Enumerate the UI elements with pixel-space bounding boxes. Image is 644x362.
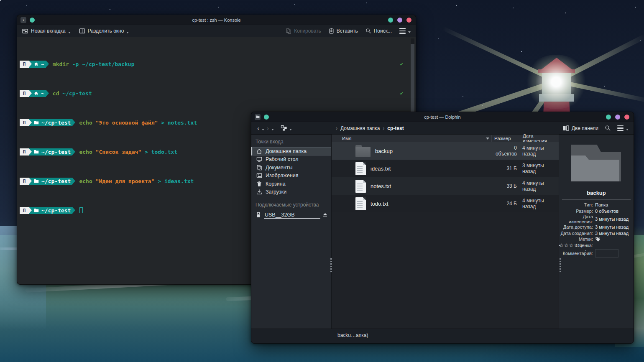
- chevron-down-icon: [626, 129, 629, 130]
- copy-button[interactable]: Копировать: [286, 28, 321, 34]
- paste-icon: [329, 28, 334, 34]
- command: echo: [75, 178, 92, 185]
- close-button[interactable]: [406, 18, 411, 23]
- split-view-button[interactable]: Две панели: [563, 125, 598, 131]
- command: echo: [75, 148, 92, 156]
- maximize-button[interactable]: [615, 115, 620, 120]
- menu-button[interactable]: [399, 28, 411, 33]
- dolphin-toolbar: ‹ › › Домашняя папка › cp-test Две панел…: [251, 122, 634, 135]
- info-row-accessed: Дата доступа: 3 минуты назад: [559, 224, 634, 230]
- file-date: 3 минуты назад: [520, 163, 559, 174]
- split-window-icon: [79, 28, 85, 34]
- breadcrumb-current[interactable]: cp-test: [387, 125, 404, 131]
- desktop-icon: [256, 156, 262, 162]
- file-name: todo.txt: [371, 201, 388, 207]
- column-size[interactable]: Размер: [491, 135, 520, 142]
- eject-icon[interactable]: [322, 212, 328, 217]
- file-name: notes.txt: [371, 183, 391, 189]
- powerline-arrow: [29, 119, 32, 126]
- panel-splitter-handle[interactable]: [330, 258, 332, 272]
- sidebar-item-pictures[interactable]: Изображения: [251, 172, 331, 180]
- info-value: Папка: [595, 202, 608, 207]
- sidebar-item-usb-device[interactable]: USB__32GB: [251, 210, 331, 219]
- chevron-down-icon[interactable]: [126, 32, 129, 33]
- info-label: Комментарий:: [559, 251, 595, 256]
- comment-field[interactable]: [595, 249, 618, 257]
- add-tag-icon[interactable]: [595, 237, 601, 242]
- sidebar-item-home[interactable]: Домашняя папка: [251, 147, 331, 156]
- breadcrumb-home[interactable]: Домашняя папка: [340, 125, 380, 131]
- dolphin-window: cp-test — Dolphin ‹ › › Домашняя папка ›…: [251, 112, 634, 344]
- dolphin-app-icon[interactable]: [255, 114, 261, 120]
- split-window-label: Разделить окно: [88, 28, 124, 34]
- command: cd: [49, 90, 59, 97]
- minimize-button[interactable]: [606, 115, 611, 120]
- paste-button[interactable]: Вставить: [329, 28, 358, 34]
- tree-column: [332, 135, 339, 142]
- file-size: 33 Б: [491, 183, 520, 189]
- search-button[interactable]: Поиск...: [365, 28, 392, 34]
- back-button[interactable]: ‹: [256, 125, 260, 132]
- argument: > todo.txt: [141, 148, 177, 156]
- split-window-button[interactable]: Разделить окно: [79, 28, 129, 34]
- pin-icon[interactable]: [30, 18, 35, 23]
- minimize-button[interactable]: [388, 18, 393, 23]
- info-title: backup: [559, 190, 634, 196]
- window-title: cp-test : zsh — Konsole: [17, 18, 416, 23]
- view-mode-dropdown-icon[interactable]: [289, 129, 292, 130]
- column-date[interactable]: Дата изменения: [520, 135, 556, 142]
- sidebar-item-downloads[interactable]: Загрузки: [251, 188, 331, 196]
- rating-stars[interactable]: ☆☆☆☆☆: [559, 245, 560, 246]
- os-icon: П: [20, 178, 29, 185]
- maximize-button[interactable]: [397, 18, 402, 23]
- konsole-titlebar[interactable]: › cp-test : zsh — Konsole: [17, 15, 416, 25]
- powerline-arrow: [72, 119, 75, 126]
- folder-icon: [34, 150, 39, 154]
- column-name[interactable]: Имя: [339, 136, 491, 141]
- close-button[interactable]: [624, 115, 629, 120]
- terminal-cursor: [79, 207, 83, 213]
- file-row-notes[interactable]: notes.txt 33 Б 4 минуты назад: [332, 177, 559, 195]
- file-size: 0 объектов: [491, 145, 520, 157]
- konsole-app-icon[interactable]: ›: [20, 17, 26, 23]
- folder-icon: [34, 179, 39, 183]
- wallpaper-stars: [0, 0, 1, 1]
- menu-button[interactable]: [617, 125, 629, 131]
- forward-history-icon[interactable]: [271, 129, 274, 130]
- file-view[interactable]: Имя Размер Дата изменения backup 0 объек…: [332, 135, 559, 329]
- pin-icon[interactable]: [264, 115, 269, 120]
- file-row-ideas[interactable]: ideas.txt 31 Б 3 минуты назад: [332, 160, 559, 177]
- folder-preview: [571, 145, 622, 183]
- chevron-down-icon: [408, 31, 411, 33]
- os-icon: П: [20, 119, 29, 127]
- powerline-arrow: [29, 148, 32, 155]
- search-icon: [365, 28, 371, 34]
- chevron-down-icon[interactable]: [68, 32, 71, 33]
- info-label: Дата изменения:: [559, 214, 595, 224]
- sidebar-item-label: Загрузки: [266, 189, 286, 195]
- powerline-arrow: [72, 148, 75, 155]
- file-name: backup: [375, 148, 393, 154]
- argument: -p ~/cp-test/backup: [69, 61, 135, 68]
- sidebar-item-trash[interactable]: Корзина: [251, 180, 331, 188]
- images-icon: [256, 173, 262, 178]
- sidebar-item-label: Рабочий стол: [266, 156, 298, 162]
- back-history-icon[interactable]: [262, 129, 264, 130]
- file-date: 4 минуты назад: [520, 180, 559, 192]
- forward-button[interactable]: ›: [266, 125, 270, 132]
- sidebar-item-desktop[interactable]: Рабочий стол: [251, 156, 331, 164]
- divider: [562, 199, 631, 199]
- file-row-backup[interactable]: backup 0 объектов 4 минуты назад: [332, 142, 559, 160]
- file-row-todo[interactable]: todo.txt 24 Б 4 минуты назад: [332, 195, 559, 212]
- view-mode-icon[interactable]: [281, 125, 288, 131]
- new-tab-button[interactable]: Новая вкладка: [22, 28, 71, 34]
- dolphin-titlebar[interactable]: cp-test — Dolphin: [251, 112, 634, 122]
- places-header: Точки входа: [251, 138, 331, 147]
- path-link[interactable]: ~/cp-test: [59, 90, 92, 97]
- search-icon[interactable]: [605, 125, 611, 131]
- split-view-label: Две панели: [572, 125, 598, 131]
- powerline-arrow: [72, 207, 75, 214]
- sidebar-item-documents[interactable]: Документы: [251, 163, 331, 172]
- panel-splitter-handle[interactable]: [560, 258, 561, 272]
- file-name: ideas.txt: [371, 166, 391, 172]
